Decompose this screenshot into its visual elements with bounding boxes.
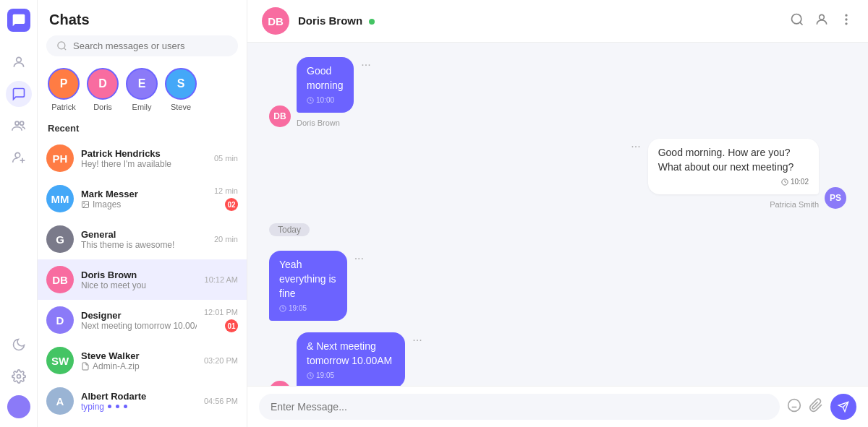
svg-line-12 — [800, 22, 803, 25]
msg-more-m4[interactable]: ··· — [409, 332, 425, 348]
profile-action-icon[interactable] — [814, 12, 829, 30]
chat-topbar: DB Doris Brown — [247, 0, 868, 43]
chat-preview-steve: Admin-A.zip — [81, 361, 197, 371]
chat-contact-name: Doris Brown — [298, 14, 362, 27]
contacts-icon[interactable] — [6, 49, 32, 75]
story-avatar-emily: E — [126, 68, 158, 100]
svg-point-15 — [846, 19, 847, 20]
chat-avatar-mark: MM — [46, 185, 74, 212]
sidebar: Chats P Patrick D Doris E Emily S Steve … — [38, 0, 247, 427]
send-button[interactable] — [830, 394, 856, 420]
chat-avatar-patrick: PH — [46, 145, 74, 172]
chat-time-general: 20 min — [214, 235, 238, 243]
icon-rail — [0, 0, 38, 427]
story-label-patrick: Patrick — [51, 103, 76, 111]
msg-avatar-patricia-1: PS — [825, 187, 846, 209]
msg-more-m2[interactable]: ··· — [628, 139, 643, 155]
chat-name-general: General — [81, 229, 207, 240]
chat-time-doris: 10:12 AM — [205, 275, 238, 284]
story-item-steve[interactable]: S Steve — [165, 68, 197, 111]
svg-point-33 — [788, 400, 801, 412]
msg-bubble-m4: & Next meeting tomorrow 10.00AM 19:05 — [297, 332, 405, 386]
svg-point-7 — [58, 42, 65, 49]
chat-list: PH Patrick Hendricks Hey! there I'm avai… — [38, 138, 247, 427]
chat-item-designer[interactable]: D Designer Next meeting tomorrow 10.00AM… — [38, 300, 247, 340]
chat-preview-doris: Nice to meet you — [81, 280, 197, 290]
chat-time-patrick: 05 min — [214, 154, 238, 163]
search-action-icon[interactable] — [790, 12, 804, 30]
msg-avatar-doris-1: DB — [269, 105, 291, 127]
chat-preview-patrick: Hey! there I'm available — [81, 159, 207, 169]
dark-mode-icon[interactable] — [6, 332, 32, 358]
chat-item-mirta[interactable]: M Mirta George Yeah everything is fine 1… — [38, 421, 247, 427]
attach-icon[interactable] — [809, 398, 823, 415]
story-label-doris: Doris — [93, 103, 112, 111]
chat-name-designer: Designer — [81, 310, 197, 321]
story-item-patrick[interactable]: P Patrick — [48, 68, 80, 111]
story-avatar-doris: D — [87, 68, 119, 100]
message-row-m1: DB Good morning 10:00 ··· Doris Brown — [269, 57, 846, 127]
chat-area: DB Doris Brown DB Good morning — [247, 0, 868, 427]
svg-point-11 — [792, 14, 801, 24]
msg-sender-m1: Doris Brown — [297, 118, 401, 127]
chat-avatar-designer: D — [46, 306, 74, 334]
chat-time-albert: 04:56 PM — [204, 397, 238, 405]
input-area — [247, 386, 868, 427]
search-bar[interactable] — [46, 35, 238, 56]
svg-line-8 — [64, 48, 66, 50]
story-avatar-patrick: P — [48, 68, 80, 100]
chat-item-albert[interactable]: A Albert Rodarte typing 04:56 PM — [38, 381, 247, 421]
message-input[interactable] — [259, 394, 780, 420]
emoji-icon[interactable] — [787, 398, 801, 415]
chat-time-designer: 12:01 PM — [204, 308, 238, 316]
chat-name-albert: Albert Rodarte — [81, 391, 197, 402]
msg-more-m1[interactable]: ··· — [358, 57, 373, 73]
svg-point-6 — [17, 375, 20, 379]
chat-item-general[interactable]: G General This theme is awesome! 20 min — [38, 219, 247, 259]
svg-point-1 — [15, 121, 19, 125]
more-action-icon[interactable] — [839, 12, 854, 30]
messages-area: DB Good morning 10:00 ··· Doris Brown PS… — [247, 43, 868, 386]
group-icon[interactable] — [6, 113, 32, 139]
chat-name-steve: Steve Walker — [81, 350, 197, 361]
recent-label: Recent — [38, 120, 247, 138]
msg-sender-m2: Patricia Smith — [508, 200, 819, 209]
svg-point-2 — [20, 121, 23, 125]
svg-point-3 — [15, 152, 20, 158]
online-indicator — [369, 19, 375, 25]
chat-time-steve: 03:20 PM — [204, 356, 238, 365]
chat-preview-general: This theme is awesome! — [81, 240, 207, 250]
chat-item-steve[interactable]: SW Steve Walker Admin-A.zip 03:20 PM — [38, 340, 247, 381]
msg-bubble-m1: Good morning 10:00 — [297, 57, 354, 113]
svg-point-16 — [846, 23, 847, 25]
chat-preview-designer: Next meeting tomorrow 10.00AM — [81, 321, 197, 331]
app-logo — [7, 9, 30, 32]
chat-item-doris[interactable]: DB Doris Brown Nice to meet you 10:12 AM — [38, 259, 247, 300]
chat-item-patrick[interactable]: PH Patrick Hendricks Hey! there I'm avai… — [38, 138, 247, 178]
story-item-emily[interactable]: E Emily — [126, 68, 158, 111]
settings-icon[interactable] — [6, 363, 32, 389]
chat-avatar-steve: SW — [46, 347, 74, 374]
chat-time-mark: 12 min — [214, 186, 238, 195]
story-item-doris[interactable]: D Doris — [87, 68, 119, 111]
svg-point-13 — [820, 14, 825, 20]
chat-avatar-doris: DB — [46, 266, 74, 293]
search-input[interactable] — [73, 40, 228, 51]
user-avatar[interactable] — [7, 395, 30, 418]
chat-icon[interactable] — [6, 81, 32, 107]
search-icon — [56, 40, 67, 51]
chat-avatar-albert: A — [46, 387, 74, 415]
add-contact-icon[interactable] — [6, 145, 32, 171]
chat-badge-designer: 01 — [225, 319, 238, 332]
msg-avatar-doris-2: DB — [269, 381, 291, 386]
msg-more-m3[interactable]: ··· — [352, 251, 367, 267]
chat-topbar-avatar: DB — [262, 7, 289, 35]
chat-name-patrick: Patrick Hendricks — [81, 148, 207, 159]
story-label-steve: Steve — [171, 103, 191, 111]
date-divider: Today — [269, 223, 846, 236]
story-label-emily: Emily — [132, 103, 152, 111]
chat-item-mark[interactable]: MM Mark Messer Images 12 min 02 — [38, 178, 247, 219]
svg-point-10 — [84, 202, 85, 204]
sidebar-title: Chats — [38, 0, 247, 35]
msg-bubble-m3: Yeah everything is fine 19:05 — [269, 251, 347, 321]
